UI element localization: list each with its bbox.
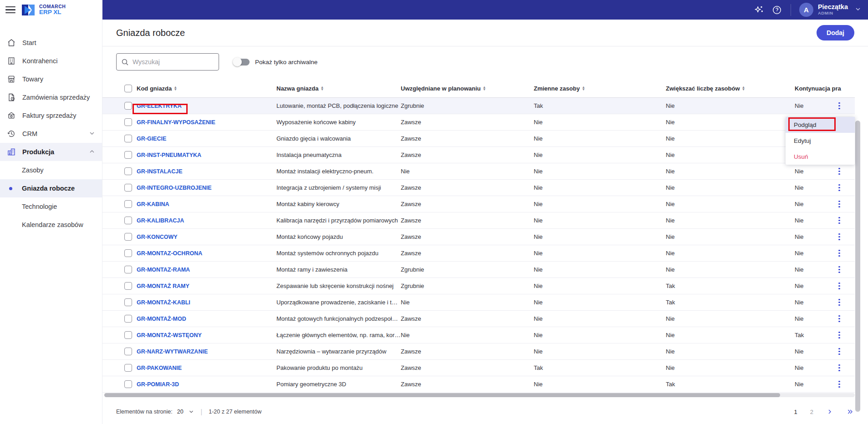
table-row[interactable]: GR-MONTAŻ-KABLIUporządkowane prowadzenie… bbox=[102, 294, 855, 311]
sidebar-item-faktury-sprzeda-y[interactable]: Faktury sprzedaży bbox=[0, 106, 102, 125]
row-menu-kebab-icon[interactable] bbox=[833, 329, 846, 342]
table-row[interactable]: GR-INTEGRO-UZBROJENIEIntegracja z uzbroj… bbox=[102, 180, 855, 196]
table-row[interactable]: GR-MONTAZ-OCHRONAMontaż systemów ochronn… bbox=[102, 245, 855, 262]
table-row[interactable]: GR-ELEKTRYKALutowanie, montaż PCB, podłą… bbox=[102, 98, 855, 114]
search-box[interactable] bbox=[116, 53, 219, 71]
row-checkbox[interactable] bbox=[124, 233, 132, 241]
sort-icon[interactable]: ▴▾ bbox=[484, 86, 485, 91]
row-menu-kebab-icon[interactable] bbox=[833, 263, 846, 276]
row-menu-kebab-icon[interactable] bbox=[833, 345, 846, 358]
work-center-link[interactable]: GR-INSTALACJE bbox=[137, 168, 182, 175]
archive-toggle[interactable]: Pokaż tylko archiwalne bbox=[234, 59, 317, 66]
sort-icon[interactable]: ▴▾ bbox=[174, 86, 176, 91]
sort-icon[interactable]: ▴▾ bbox=[582, 86, 584, 91]
sidebar-item-crm[interactable]: CRM bbox=[0, 125, 102, 143]
sidebar-item-towary[interactable]: Towary bbox=[0, 70, 102, 88]
column-header-1[interactable]: Kod gniazda▴▾ bbox=[137, 85, 276, 92]
row-checkbox[interactable] bbox=[124, 298, 132, 306]
table-row[interactable]: GR-NARZ-WYTWARZANIENarzędziownia – wytwa… bbox=[102, 343, 855, 360]
column-header-4[interactable]: Zmienne zasoby▴▾ bbox=[534, 85, 666, 92]
sidebar-subitem-kalendarze-zasob-w[interactable]: Kalendarze zasobów bbox=[0, 216, 102, 234]
table-row[interactable]: GR-INST-PNEUMATYKAInstalacja pneumatyczn… bbox=[102, 147, 855, 163]
user-menu[interactable]: A Pieczątka ADMIN bbox=[799, 3, 862, 17]
page-number-1[interactable]: 1 bbox=[794, 409, 797, 415]
add-button[interactable]: Dodaj bbox=[817, 25, 854, 40]
row-checkbox[interactable] bbox=[124, 331, 132, 339]
work-center-link[interactable]: GR-MONTAŻ-MOD bbox=[137, 316, 186, 322]
row-checkbox[interactable] bbox=[124, 135, 132, 142]
row-checkbox[interactable] bbox=[124, 151, 132, 159]
sidebar-subitem-zasoby[interactable]: Zasoby bbox=[0, 161, 102, 179]
row-menu-kebab-icon[interactable] bbox=[833, 296, 846, 309]
work-center-link[interactable]: GR-PAKOWANIE bbox=[137, 365, 182, 371]
sidebar-item-zam-wienia-sprzeda-y[interactable]: Zamówienia sprzedaży bbox=[0, 88, 102, 106]
row-checkbox[interactable] bbox=[124, 282, 132, 290]
row-checkbox[interactable] bbox=[124, 200, 132, 208]
work-center-link[interactable]: GR-INTEGRO-UZBROJENIE bbox=[137, 185, 212, 191]
row-checkbox[interactable] bbox=[124, 266, 132, 273]
work-center-link[interactable]: GR-KONCOWY bbox=[137, 234, 178, 240]
row-menu-kebab-icon[interactable] bbox=[833, 231, 846, 243]
work-center-link[interactable]: GR-GIECIE bbox=[137, 136, 166, 142]
row-menu-kebab-icon[interactable] bbox=[833, 280, 846, 293]
vertical-scrollbar[interactable] bbox=[855, 121, 860, 412]
row-menu-kebab-icon[interactable] bbox=[833, 165, 846, 178]
row-checkbox[interactable] bbox=[124, 102, 132, 110]
sidebar-item-kontrahenci[interactable]: Kontrahenci bbox=[0, 52, 102, 70]
per-page-value[interactable]: 20 bbox=[177, 409, 184, 415]
row-menu-kebab-icon[interactable] bbox=[833, 198, 846, 211]
work-center-link[interactable]: GR-FINALNY-WYPOSAŻENIE bbox=[137, 119, 215, 126]
chevron-up-icon[interactable] bbox=[88, 148, 96, 156]
context-menu-item-podgl-d[interactable]: Podgląd bbox=[786, 117, 855, 133]
table-row[interactable]: GR-POMIAR-3DPomiary geometryczne 3DZawsz… bbox=[102, 376, 855, 393]
toggle-switch-icon[interactable] bbox=[234, 59, 250, 66]
column-header-2[interactable]: Nazwa gniazda▴▾ bbox=[276, 85, 401, 92]
sidebar-item-produkcja[interactable]: Produkcja bbox=[0, 143, 102, 161]
sparkles-ai-icon[interactable] bbox=[753, 5, 764, 15]
row-menu-kebab-icon[interactable] bbox=[833, 313, 846, 325]
last-page-icon[interactable] bbox=[846, 408, 854, 415]
work-center-link[interactable]: GR-MONTAZ-RAMA bbox=[137, 267, 190, 273]
row-checkbox[interactable] bbox=[124, 364, 132, 372]
work-center-link[interactable]: GR-POMIAR-3D bbox=[137, 381, 179, 388]
sidebar-subitem-gniazda-robocze[interactable]: Gniazda robocze bbox=[0, 179, 102, 197]
select-all-checkbox[interactable] bbox=[124, 85, 132, 92]
work-center-link[interactable]: GR-KABINA bbox=[137, 201, 169, 207]
sidebar-subitem-technologie[interactable]: Technologie bbox=[0, 197, 102, 216]
row-menu-kebab-icon[interactable] bbox=[833, 182, 846, 194]
horizontal-scrollbar-thumb[interactable] bbox=[104, 393, 780, 397]
row-menu-kebab-icon[interactable] bbox=[833, 362, 846, 374]
row-checkbox[interactable] bbox=[124, 315, 132, 323]
sort-icon[interactable]: ▴▾ bbox=[743, 86, 745, 91]
row-menu-kebab-icon[interactable] bbox=[833, 247, 846, 260]
table-row[interactable]: GR-MONTAZ-RAMAMontaż ramy i zawieszeniaZ… bbox=[102, 262, 855, 278]
table-row[interactable]: GR-KALIBRACJAKalibracja narzędzi i przyr… bbox=[102, 212, 855, 229]
table-row[interactable]: GR-INSTALACJEMontaż instalacji elektrycz… bbox=[102, 163, 855, 180]
work-center-link[interactable]: GR-MONTAŻ-KABLI bbox=[137, 299, 190, 306]
chevron-down-icon[interactable] bbox=[88, 130, 96, 138]
column-header-3[interactable]: Uwzględniane w planowaniu▴▾ bbox=[401, 85, 534, 92]
row-checkbox[interactable] bbox=[124, 249, 132, 257]
work-center-link[interactable]: GR-MONTAŻ-WSTĘONY bbox=[137, 332, 202, 338]
work-center-link[interactable]: GR-MONTAŻ RAMY bbox=[137, 283, 189, 289]
work-center-link[interactable]: GR-KALIBRACJA bbox=[137, 217, 184, 224]
row-checkbox[interactable] bbox=[124, 184, 132, 192]
work-center-link[interactable]: GR-ELEKTRYKA bbox=[137, 103, 182, 109]
context-menu-item-edytuj[interactable]: Edytuj bbox=[786, 133, 855, 149]
row-checkbox[interactable] bbox=[124, 118, 132, 126]
table-row[interactable]: GR-MONTAŻ RAMYZespawanie lub skręcenie k… bbox=[102, 278, 855, 294]
row-checkbox[interactable] bbox=[124, 167, 132, 175]
search-input[interactable] bbox=[133, 58, 214, 66]
row-checkbox[interactable] bbox=[124, 348, 132, 355]
column-header-6[interactable]: Kontynuacja pra bbox=[795, 85, 841, 92]
hamburger-menu-icon[interactable] bbox=[5, 5, 15, 15]
table-row[interactable]: GR-KONCOWYMontaż końcowy pojazduZawszeNi… bbox=[102, 229, 855, 245]
next-page-icon[interactable] bbox=[826, 408, 833, 415]
per-page-select[interactable]: 20 bbox=[177, 409, 194, 415]
table-row[interactable]: GR-MONTAŻ-MODMontaż gotowych funkcjonaln… bbox=[102, 311, 855, 327]
table-row[interactable]: GR-PAKOWANIEPakowanie produktu po montaż… bbox=[102, 360, 855, 376]
row-menu-kebab-icon[interactable] bbox=[833, 378, 846, 391]
row-menu-kebab-icon[interactable] bbox=[833, 100, 846, 112]
chevron-down-icon[interactable] bbox=[854, 5, 862, 15]
page-number-2[interactable]: 2 bbox=[810, 409, 813, 415]
